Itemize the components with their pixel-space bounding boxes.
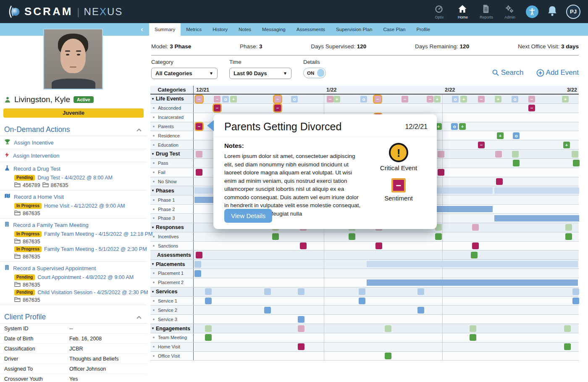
event-marker[interactable] [512, 151, 519, 158]
accessibility-button[interactable] [526, 5, 538, 18]
event-marker[interactable]: − [196, 96, 202, 103]
details-toggle[interactable]: ON [303, 68, 326, 78]
event-marker[interactable] [205, 325, 212, 332]
event-marker[interactable] [196, 151, 202, 158]
nav-item-home[interactable]: Home [454, 4, 471, 19]
event-marker[interactable] [565, 224, 572, 231]
event-marker[interactable]: + [434, 96, 441, 103]
scheduled-task[interactable]: In ProgressFamily Team Meeting - 4/15/20… [14, 230, 143, 238]
event-marker[interactable]: + [563, 142, 570, 148]
event-marker[interactable]: + [460, 96, 467, 103]
event-marker[interactable] [349, 233, 355, 240]
event-marker[interactable]: − [528, 96, 535, 103]
event-marker[interactable]: − [374, 96, 381, 103]
case-number[interactable]: 867635 [23, 211, 40, 216]
case-number[interactable]: 867635 [23, 282, 40, 288]
collapse-triangle-icon[interactable]: ▼ [151, 262, 155, 266]
event-marker[interactable] [385, 325, 391, 332]
nav-item-reports[interactable]: Reports [478, 4, 495, 19]
action-record-a-family-team-meeting[interactable]: Record a Family Team Meeting [4, 220, 143, 230]
event-marker[interactable] [264, 307, 271, 314]
search-button[interactable]: Search [492, 68, 524, 77]
user-avatar[interactable]: PJ [566, 5, 580, 19]
on-demand-actions-header[interactable]: On-Demand Actions [0, 124, 147, 136]
event-marker[interactable] [417, 307, 424, 314]
event-marker[interactable]: − [478, 96, 485, 103]
row-label-services[interactable]: ▼Services [150, 287, 193, 296]
action-record-a-supervised-appointment[interactable]: Record a Supervised Appointment [4, 263, 143, 273]
event-marker[interactable]: − [478, 142, 485, 148]
event-marker[interactable] [573, 160, 580, 166]
event-marker[interactable]: o [451, 123, 458, 130]
case-number[interactable]: 867635 [23, 239, 40, 245]
event-marker[interactable] [417, 288, 424, 295]
tab-case-plan[interactable]: Case Plan [378, 23, 411, 36]
event-marker[interactable] [435, 233, 442, 240]
event-marker[interactable]: + [333, 96, 340, 103]
event-marker[interactable] [385, 353, 391, 359]
event-marker[interactable] [470, 334, 476, 341]
event-marker[interactable] [564, 343, 571, 350]
tab-supervision-plan[interactable]: Supervision Plan [331, 23, 378, 36]
event-marker[interactable]: − [327, 96, 333, 103]
event-marker[interactable]: − [427, 96, 433, 103]
event-marker[interactable]: − [402, 96, 408, 103]
event-marker[interactable] [572, 298, 579, 304]
action-record-a-home-visit[interactable]: Record a Home Visit [4, 192, 143, 202]
tab-profile[interactable]: Profile [411, 23, 436, 36]
event-marker[interactable] [298, 316, 304, 323]
timeline-bar[interactable] [367, 279, 578, 286]
tab-metrics[interactable]: Metrics [181, 23, 207, 36]
timeline-bar[interactable] [494, 187, 579, 194]
row-label-life-events[interactable]: ▼Life Events [150, 95, 193, 103]
scheduled-task[interactable]: PendingChild Visitation Session - 4/25/2… [14, 288, 143, 296]
action-record-a-drug-test[interactable]: Record a Drug Test [4, 163, 143, 174]
client-profile-header[interactable]: Client Profile [0, 311, 147, 324]
event-marker[interactable] [375, 242, 382, 249]
event-marker[interactable] [472, 224, 479, 231]
event-marker[interactable]: − [528, 105, 535, 111]
event-marker[interactable]: o [291, 96, 298, 103]
event-marker[interactable] [194, 261, 201, 268]
event-marker[interactable] [298, 288, 304, 295]
event-marker[interactable]: + [459, 123, 466, 130]
event-marker[interactable] [565, 233, 572, 240]
row-label-responses[interactable]: ▼Responses [150, 223, 193, 232]
action-assign-incentive[interactable]: Assign Incentive [4, 137, 143, 148]
event-marker[interactable] [272, 233, 279, 240]
event-marker[interactable]: − [274, 105, 281, 111]
scheduled-task[interactable]: PendingCourt Appointment - 4/8/2022 @ 9:… [14, 273, 143, 281]
event-marker[interactable]: o [452, 96, 459, 103]
nav-item-admin[interactable]: Admin [501, 4, 518, 19]
collapse-triangle-icon[interactable]: ▼ [151, 226, 155, 229]
event-marker[interactable] [205, 334, 212, 341]
event-marker[interactable] [298, 343, 304, 350]
event-marker[interactable] [196, 252, 202, 258]
tab-history[interactable]: History [207, 23, 233, 36]
tab-assessments[interactable]: Assessments [291, 23, 331, 36]
category-filter-select[interactable]: All Categories ▼ [151, 68, 218, 79]
scheduled-task[interactable]: PendingDrug Test - 4/4/2022 @ 8:00 AM [14, 174, 143, 182]
event-marker[interactable] [359, 298, 365, 304]
case-number[interactable]: 867635 [23, 297, 40, 303]
tab-notes[interactable]: Notes [233, 23, 257, 36]
scheduled-task[interactable]: In ProgressFamily Team Meeting - 5/1/202… [14, 245, 143, 253]
event-marker[interactable] [298, 325, 304, 332]
event-marker[interactable] [264, 288, 271, 295]
event-marker[interactable] [495, 151, 502, 158]
row-label-phases[interactable]: ▼Phases [150, 186, 193, 195]
event-marker[interactable]: + [562, 96, 569, 103]
event-marker[interactable]: + [495, 96, 501, 103]
event-marker[interactable] [496, 178, 503, 185]
collapse-triangle-icon[interactable]: ▼ [151, 152, 155, 156]
tab-summary[interactable]: Summary [149, 23, 181, 36]
collapse-triangle-icon[interactable]: ▼ [151, 327, 155, 330]
row-label-assessments[interactable]: Assessments [150, 250, 193, 259]
event-marker[interactable]: + [230, 96, 237, 103]
event-marker[interactable] [438, 169, 444, 176]
event-marker[interactable] [564, 325, 571, 332]
case-number[interactable]: 867635 [51, 182, 68, 188]
event-marker[interactable]: o [222, 96, 229, 103]
event-marker[interactable]: o [512, 96, 518, 103]
scheduled-task[interactable]: In ProgressHome Visit - 4/12/2022 @ 9:00… [14, 202, 143, 210]
